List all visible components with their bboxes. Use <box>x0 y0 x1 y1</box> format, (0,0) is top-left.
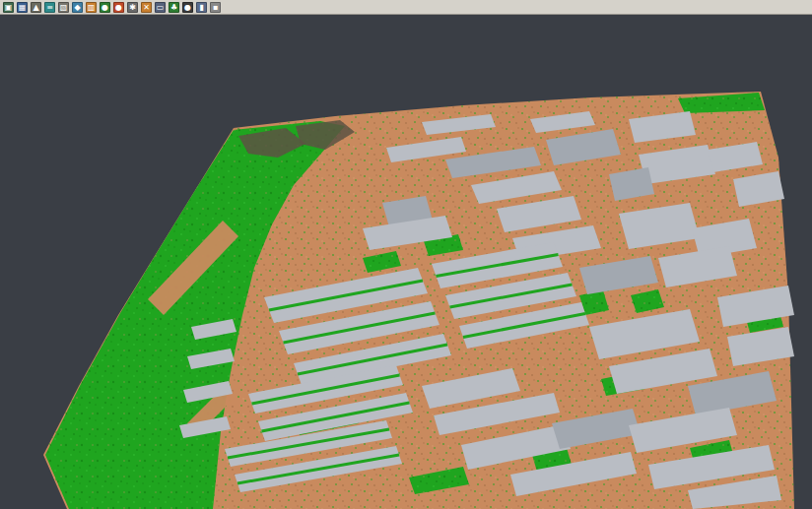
record-icon[interactable]: ● <box>113 2 124 13</box>
sphere-icon[interactable]: ● <box>182 2 193 13</box>
mesh-icon[interactable]: ◆ <box>72 2 83 13</box>
import-cloud-icon[interactable]: ▦ <box>17 2 28 13</box>
toolbar: ▣▦▲≡▧◆▥●●✱✕▭♣●▮▪ <box>0 0 812 15</box>
palette-icon[interactable]: ▧ <box>58 2 69 13</box>
layers-icon[interactable]: ≡ <box>44 2 55 13</box>
globe-icon[interactable]: ● <box>100 2 110 13</box>
info-icon[interactable]: ▪ <box>210 2 221 13</box>
viewport-3d[interactable] <box>0 0 812 509</box>
open-project-icon[interactable]: ▣ <box>3 2 14 13</box>
measure-icon[interactable]: ▭ <box>155 2 166 13</box>
histogram-icon[interactable]: ▮ <box>196 2 207 13</box>
close-tool-icon[interactable]: ✕ <box>141 2 152 13</box>
ortho-view-icon[interactable]: ▥ <box>86 2 97 13</box>
settings-gear-icon[interactable]: ✱ <box>127 2 138 13</box>
toolbar-icons: ▣▦▲≡▧◆▥●●✱✕▭♣●▮▪ <box>3 2 221 13</box>
scene-svg <box>0 0 812 509</box>
terrain-icon[interactable]: ▲ <box>31 2 41 13</box>
vegetation-icon[interactable]: ♣ <box>169 2 179 13</box>
